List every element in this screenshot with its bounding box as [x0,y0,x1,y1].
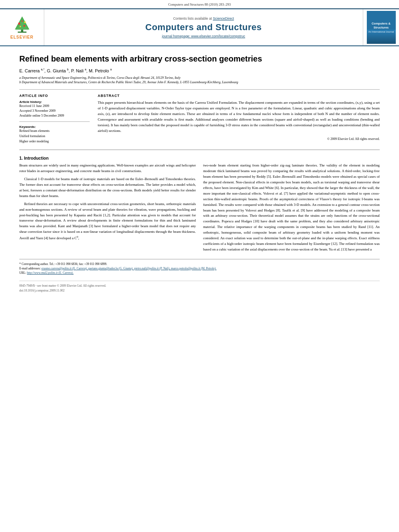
available-date: Available online 5 December 2009 [19,113,90,118]
abstract-text: This paper presents hierarchical beam el… [98,100,380,134]
svg-point-6 [21,20,23,22]
keywords-label: Keywords: [19,125,90,129]
elsevier-label: ELSEVIER [10,35,33,39]
intro-para-3: Refined theories are necessary to cope w… [19,201,196,241]
footnote-email-list: erasmo.carrera@polito.it (E. Carrera), g… [41,267,216,270]
authors-line: E. Carrera a,*, G. Giunta b, P. Nali a, … [19,68,380,73]
copyright: © 2009 Elsevier Ltd. All rights reserved… [98,137,380,141]
footnotes: * Corresponding author. Tel.: +39 011 09… [19,259,380,275]
article-info-column: ARTICLE INFO Article history: Received 1… [19,94,90,144]
article-info-heading: ARTICLE INFO [19,94,90,98]
sciencedirect-link[interactable]: ScienceDirect [213,16,234,21]
svg-point-7 [19,26,21,27]
keywords-section: Keywords: Refined beam elements Unified … [19,125,90,144]
journal-center: Contents lists available at ScienceDirec… [44,9,363,45]
journal-info-bar: Computers and Structures 88 (2010) 283–2… [0,0,399,8]
divider-1 [19,89,380,90]
footnote-emails: E-mail addresses: erasmo.carrera@polito.… [19,266,380,271]
cover-title: Computers & Structures [368,22,394,30]
abstract-heading: ABSTRACT [98,94,380,98]
elsevier-tree-icon [10,16,34,34]
body-right-text: two-node beam element starting from high… [203,163,380,252]
footnote-star: * Corresponding author. Tel.: +39 011 09… [19,262,380,266]
keyword-1: Refined beam elements [19,129,90,134]
body-columns: 1. Introduction Beam structures are wide… [19,156,380,255]
affiliation-a: a Department of Aeronautic and Space Eng… [19,76,380,80]
intro-para-2: Classical 1-D models for beams made of i… [19,177,196,199]
abstract-column: ABSTRACT This paper presents hierarchica… [98,94,380,144]
homepage-link[interactable]: journal homepage: www.elsevier.com/locat… [162,34,245,38]
info-divider [19,121,90,122]
article-info-dates: Received 11 June 2009 Accepted 3 Novembe… [19,104,90,118]
svg-point-4 [18,23,20,25]
journal-homepage: journal homepage: www.elsevier.com/locat… [162,34,245,38]
journal-citation: Computers and Structures 88 (2010) 283–2… [168,2,231,6]
article-title: Refined beam elements with arbitrary cro… [19,53,380,64]
section-1-title: 1. Introduction [19,156,196,160]
svg-point-5 [24,21,26,23]
right-para-1: two-node beam element starting from high… [203,163,380,252]
intro-para-1: Beam structures are widely used in many … [19,163,196,174]
journal-cover-image: Computers & Structures An International … [367,11,396,44]
elsevier-logo-container: ELSEVIER [0,9,44,45]
url-label: URL: [19,271,26,275]
keyword-3: Higher order modeling [19,139,90,144]
cover-subtitle: An International Journal [368,31,394,33]
page: Computers and Structures 88 (2010) 283–2… [0,0,399,532]
email-label: E-mail addresses: [19,267,41,270]
keyword-2: Unified formulation [19,134,90,139]
body-left-col: 1. Introduction Beam structures are wide… [19,156,196,255]
info-abstract-columns: ARTICLE INFO Article history: Received 1… [19,94,380,144]
footnote-url: URL: http://www.mul2.polito.it (E. Carre… [19,271,380,275]
body-right-col: two-node beam element starting from high… [203,156,380,255]
contents-line: Contents lists available at ScienceDirec… [173,16,234,21]
accepted-date: Accepted 3 November 2009 [19,109,90,113]
svg-rect-1 [18,31,27,33]
history-label: Article history: [19,100,90,104]
journal-header: ELSEVIER Contents lists available at Sci… [0,8,399,46]
main-content: Refined beam elements with arbitrary cro… [0,46,399,300]
affiliation-b: b Department of Advanced Materials and S… [19,80,380,84]
svg-point-8 [23,25,25,26]
bottom-bar: 0045-7949/$ - see front matter © 2009 El… [19,281,380,293]
body-left-text: Beam structures are widely used in many … [19,163,196,241]
main-divider [19,150,380,150]
received-date: Received 11 June 2009 [19,104,90,109]
journal-cover-container: Computers & Structures An International … [363,9,399,45]
journal-title: Computers and Structures [145,22,262,33]
issn-line: 0045-7949/$ - see front matter © 2009 El… [19,283,380,288]
footnote-url-value: http://www.mul2.polito.it (E. Carrera). [27,271,74,275]
affiliations: a Department of Aeronautic and Space Eng… [19,76,380,84]
doi-line: doi:10.1016/j.compstruc.2009.11.002 [19,288,380,293]
